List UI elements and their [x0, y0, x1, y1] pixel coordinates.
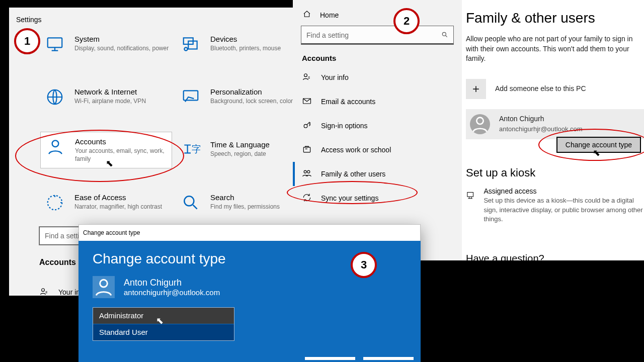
tile-ease-of-access[interactable]: Ease of AccessNarrator, magnifier, high …	[45, 189, 174, 216]
sidebar-item-your-info[interactable]: Your info	[293, 65, 462, 89]
user-row[interactable]: Anton Chigurh antonchigurhjr@outlook.com	[466, 109, 644, 139]
window-title: Settings	[16, 16, 42, 24]
dialog-buttons	[305, 357, 414, 360]
svg-point-6	[52, 140, 59, 147]
svg-point-12	[41, 339, 45, 342]
svg-point-8	[48, 196, 62, 210]
option-standard-user[interactable]: Standard User	[93, 324, 234, 340]
search-icon	[441, 31, 448, 40]
svg-rect-5	[184, 90, 198, 100]
question-heading: Have a question?	[466, 253, 544, 264]
sidebar-item-email-accounts[interactable]: Email & accounts	[293, 89, 462, 114]
section-header: Accounts	[302, 54, 462, 62]
nav-icon	[302, 72, 312, 83]
accessibility-icon	[45, 193, 64, 212]
accounts-sidebar-panel: Home Find a setting Accounts Your infoEm…	[293, 0, 462, 260]
magnifier-icon	[181, 193, 200, 212]
dialog-user-row: Anton Chigurh antonchigurhjr@outlook.com	[93, 276, 421, 298]
nav-icon	[302, 120, 312, 132]
tile-personalization[interactable]: PersonalizationBackground, lock screen, …	[181, 83, 309, 111]
avatar-icon	[470, 114, 490, 134]
svg-point-9	[184, 196, 194, 206]
kiosk-icon	[466, 187, 474, 205]
tile-accounts[interactable]: AccountsYour accounts, email, sync, work…	[40, 132, 172, 168]
avatar-icon	[93, 276, 115, 298]
devices-icon	[181, 35, 200, 54]
svg-point-17	[304, 124, 307, 128]
page-description: Allow people who are not part of your fa…	[466, 34, 642, 64]
svg-point-3	[184, 47, 187, 50]
account-type-dropdown[interactable]: Administrator Standard User	[93, 307, 234, 341]
kiosk-desc: Set up this device as a kiosk—this could…	[484, 196, 644, 224]
option-administrator[interactable]: Administrator	[93, 308, 234, 324]
step-badge-3: 3	[351, 252, 377, 278]
assigned-access-row[interactable]: Assigned access Set up this device as a …	[462, 187, 644, 224]
svg-point-21	[476, 117, 483, 124]
nav-icon	[39, 359, 49, 363]
change-account-type-dialog: Change account type Change account type …	[78, 224, 421, 362]
step-badge-2: 2	[393, 8, 420, 34]
nav-icon	[39, 287, 49, 298]
nav-icon	[302, 144, 312, 156]
tile-time-language[interactable]: 字 Time & LanguageSpeech, region, date	[181, 136, 309, 163]
nav-icon	[39, 311, 49, 322]
user-email: antonchigurhjr@outlook.com	[499, 125, 583, 133]
svg-rect-22	[467, 192, 473, 197]
family-other-users-panel: Family & other users Allow people who ar…	[462, 0, 644, 260]
person-icon	[46, 137, 65, 156]
kiosk-title: Assigned access	[484, 187, 644, 197]
add-user-button[interactable]: + Add someone else to this PC	[466, 79, 644, 99]
nav-icon	[302, 193, 312, 204]
step-badge-1: 1	[14, 28, 40, 54]
dialog-titlebar: Change account type	[78, 224, 421, 241]
globe-icon	[45, 87, 64, 107]
user-name: Anton Chigurh	[499, 114, 583, 124]
dialog-button-ok[interactable]	[305, 357, 355, 360]
svg-point-20	[307, 170, 310, 173]
nav-icon	[302, 168, 312, 180]
paintbrush-icon	[181, 87, 200, 107]
plus-icon: +	[466, 79, 486, 99]
system-icon	[45, 35, 64, 54]
search-input[interactable]: Find a setting	[301, 26, 454, 45]
page-heading: Family & other users	[466, 10, 644, 26]
sidebar-item-sign-in-options[interactable]: Sign-in options	[293, 114, 462, 138]
nav-icon	[39, 335, 49, 346]
svg-point-15	[304, 73, 307, 76]
time-language-icon: 字	[181, 140, 200, 159]
tile-search[interactable]: SearchFind my files, permissions	[181, 189, 309, 216]
tile-network[interactable]: Network & InternetWi-Fi, airplane mode, …	[45, 83, 174, 111]
nav-icon	[302, 96, 312, 108]
home-icon	[303, 10, 311, 20]
sidebar-item-family-other-users[interactable]: Family & other users	[293, 162, 462, 186]
dialog-user-email: antonchigurhjr@outlook.com	[124, 288, 220, 297]
nav-home[interactable]: Home	[293, 0, 462, 20]
accounts-nav: Your infoEmail & accountsSign-in options…	[293, 65, 462, 210]
svg-rect-18	[303, 147, 310, 152]
svg-text:字: 字	[192, 144, 200, 154]
kiosk-heading: Set up a kiosk	[466, 166, 644, 179]
svg-rect-0	[48, 38, 62, 47]
sidebar-item-access-work-or-school[interactable]: Access work or school	[293, 138, 462, 162]
svg-point-19	[304, 170, 306, 173]
tile-devices[interactable]: DevicesBluetooth, printers, mouse	[181, 31, 309, 58]
svg-point-10	[42, 288, 45, 291]
svg-point-14	[442, 32, 446, 36]
tile-system[interactable]: SystemDisplay, sound, notifications, pow…	[45, 31, 174, 58]
svg-point-23	[100, 280, 108, 287]
dialog-button-cancel[interactable]	[363, 357, 414, 360]
section-header-accounts: Accounts	[39, 258, 76, 267]
sidebar-item-sync-your-settings[interactable]: Sync your settings	[293, 186, 462, 210]
change-account-type-button[interactable]: Change account type	[556, 137, 641, 153]
dialog-user-name: Anton Chigurh	[124, 278, 220, 288]
